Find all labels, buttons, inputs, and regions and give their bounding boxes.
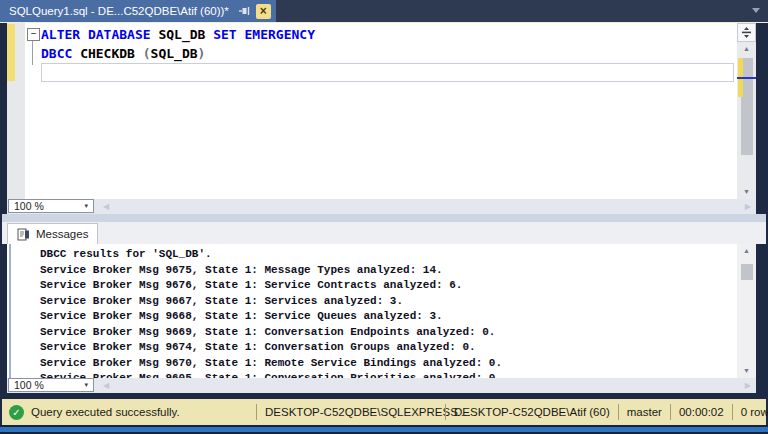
- chevron-down-icon[interactable]: ▾: [84, 202, 88, 210]
- code-token: [237, 27, 245, 42]
- query-editor-pane[interactable]: − ALTER DATABASE SQL_DB SET EMERGENCYDBC…: [7, 23, 756, 199]
- tab-sqlquery1[interactable]: SQLQuery1.sql - DE...C52QDBE\Atif (60))*…: [0, 0, 276, 22]
- pin-icon[interactable]: [238, 5, 250, 17]
- message-line: Service Broker Msg 9668, State 1: Servic…: [40, 309, 502, 325]
- code-editor[interactable]: ALTER DATABASE SQL_DB SET EMERGENCYDBCC …: [41, 25, 734, 82]
- scroll-up-icon[interactable]: ▲: [737, 244, 756, 258]
- code-line[interactable]: DBCC CHECKDB (SQL_DB): [41, 44, 734, 63]
- message-line: Service Broker Msg 9667, State 1: Servic…: [40, 294, 502, 310]
- editor-zoom-value: 100 %: [14, 200, 44, 212]
- scroll-left-icon[interactable]: ◀: [103, 381, 109, 390]
- success-check-icon: ✓: [9, 405, 24, 420]
- tab-messages[interactable]: Messages: [7, 223, 98, 244]
- status-database[interactable]: master: [618, 404, 670, 420]
- code-token: DBCC: [41, 46, 72, 61]
- scroll-down-icon[interactable]: ▼: [737, 185, 756, 199]
- scroll-right-icon[interactable]: ▶: [745, 202, 751, 211]
- scroll-down-icon[interactable]: ▼: [737, 364, 756, 378]
- code-token: SQL_DB: [151, 46, 198, 61]
- scroll-up-icon[interactable]: ▲: [737, 42, 756, 56]
- status-server[interactable]: DESKTOP-C52QDBE\SQLEXPRESS ...: [256, 404, 445, 420]
- code-fold-collapse-icon[interactable]: −: [27, 28, 40, 41]
- code-token: [72, 46, 80, 61]
- message-line: Service Broker Msg 9676, State 1: Servic…: [40, 278, 502, 294]
- message-line: Service Broker Msg 9674, State 1: Conver…: [40, 340, 502, 356]
- messages-output: DBCC results for 'SQL_DB'.Service Broker…: [40, 247, 502, 387]
- results-zoom-value: 100 %: [14, 379, 44, 391]
- code-line[interactable]: [41, 63, 734, 82]
- message-line: Service Broker Msg 9669, State 1: Conver…: [40, 325, 502, 341]
- code-token: CHECKDB: [80, 46, 135, 61]
- status-message: Query executed successfully.: [31, 406, 180, 418]
- code-line[interactable]: ALTER DATABASE SQL_DB SET EMERGENCY: [41, 25, 734, 44]
- track-changes-bar: [7, 24, 15, 81]
- code-token: ALTER: [41, 27, 80, 42]
- scrollbar-thumb[interactable]: [741, 264, 753, 280]
- tab-list-dropdown-icon[interactable]: [752, 8, 760, 13]
- caret-position-marker: [737, 77, 756, 79]
- ssms-window: SQLQuery1.sql - DE...C52QDBE\Atif (60))*…: [0, 0, 768, 434]
- messages-output-pane[interactable]: DBCC results for 'SQL_DB'.Service Broker…: [7, 244, 756, 378]
- message-line: DBCC results for 'SQL_DB'.: [40, 247, 502, 263]
- code-token: ): [198, 46, 206, 61]
- pane-left-edge: [9, 244, 11, 378]
- message-line: Service Broker Msg 9675, State 1: Messag…: [40, 263, 502, 279]
- code-token: DATABASE: [88, 27, 151, 42]
- results-pane-header: Messages: [2, 222, 766, 244]
- editor-vertical-scrollbar[interactable]: ▲ ▼: [737, 23, 756, 199]
- results-vertical-scrollbar[interactable]: ▲ ▼: [737, 244, 756, 378]
- close-icon[interactable]: ×: [256, 4, 271, 19]
- status-user[interactable]: DESKTOP-C52QDBE\Atif (60): [445, 404, 618, 420]
- scroll-left-icon[interactable]: ◀: [103, 202, 109, 211]
- scroll-right-icon[interactable]: ▶: [745, 381, 751, 390]
- editor-bottom-bar: 100 % ▾ ◀ ▶: [7, 199, 756, 214]
- scrollbar-track[interactable]: [737, 58, 756, 186]
- editor-zoom-select[interactable]: 100 % ▾: [8, 199, 94, 213]
- status-bar: ✓ Query executed successfully. DESKTOP-C…: [2, 399, 766, 425]
- message-line: Service Broker Msg 9670, State 1: Remote…: [40, 356, 502, 372]
- status-duration: 00:00:02: [670, 404, 732, 420]
- messages-document-icon: [17, 228, 30, 241]
- tab-title: SQLQuery1.sql - DE...C52QDBE\Atif (60))*: [9, 5, 229, 17]
- code-token: [80, 27, 88, 42]
- status-row-count: 0 rows: [732, 404, 768, 420]
- window-bottom-border: [0, 427, 768, 432]
- editor-split-handle[interactable]: [737, 23, 756, 42]
- code-token: SQL_DB: [158, 27, 205, 42]
- chevron-down-icon[interactable]: ▾: [84, 381, 88, 389]
- document-tab-strip: SQLQuery1.sql - DE...C52QDBE\Atif (60))*…: [0, 0, 768, 22]
- code-token: (: [143, 46, 151, 61]
- code-token: [135, 46, 143, 61]
- messages-tab-label: Messages: [36, 228, 88, 240]
- pane-splitter[interactable]: [2, 214, 766, 222]
- code-token: EMERGENCY: [245, 27, 315, 42]
- code-token: SET: [213, 27, 236, 42]
- results-zoom-select[interactable]: 100 % ▾: [8, 378, 94, 392]
- fold-guide-line: [32, 41, 33, 65]
- results-bottom-bar: 100 % ▾ ◀ ▶: [7, 378, 756, 393]
